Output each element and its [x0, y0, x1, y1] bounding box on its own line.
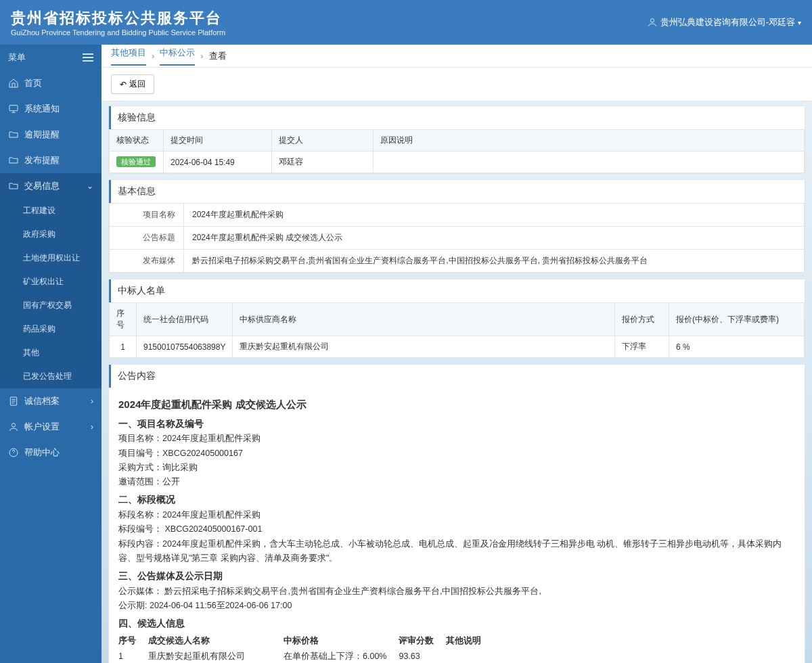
sidebar-title: 菜单 [8, 51, 26, 64]
sidebar-item-label: 发布提醒 [24, 154, 60, 166]
sidebar-subitem[interactable]: 土地使用权出让 [0, 246, 102, 270]
kv-value: 黔云招采电子招标采购交易平台,贵州省国有企业生产资料综合服务平台,中国招投标公共… [184, 250, 805, 273]
th: 中标供应商名称 [233, 303, 615, 336]
sidebar-item[interactable]: 发布提醒 [0, 147, 102, 173]
sidebar-subitem[interactable]: 工程建设 [0, 199, 102, 223]
main-area: 其他项目 › 中标公示 › 查看 ↶ 返回 核验信息 核验状态 提交时间 提交人 [102, 45, 812, 663]
chevron-down-icon: ⌄ [87, 181, 93, 191]
status-badge: 核验通过 [116, 156, 156, 167]
basic-info-table: 项目名称2024年度起重机配件采购公告标题2024年度起重机配件采购 成交候选人… [109, 203, 805, 273]
section-heading: 一、项目名称及编号 [118, 416, 795, 432]
breadcrumb-item: 查看 [209, 50, 227, 62]
sidebar-item[interactable]: 诚信档案› [0, 388, 102, 414]
cell: 邓廷容 [272, 152, 374, 173]
menu-toggle-icon[interactable] [83, 53, 93, 62]
panel-title: 中标人名单 [109, 279, 805, 302]
th: 提交时间 [164, 130, 272, 152]
chevron-right-icon: › [91, 396, 93, 406]
panel-verify: 核验信息 核验状态 提交时间 提交人 原因说明 核验通过 2024-06-04 … [108, 106, 805, 174]
candidate-table: 序号成交候选人名称中标价格评审分数其他说明1重庆黔安起重机有限公司在单价基础上下… [118, 633, 493, 663]
breadcrumb-separator: › [200, 51, 203, 61]
sidebar: 菜单 首页系统通知逾期提醒发布提醒交易信息⌄工程建设政府采购土地使用权出让矿业权… [0, 45, 102, 663]
notice-line: 项目名称：2024年度起重机配件采购 [118, 432, 795, 446]
back-button[interactable]: ↶ 返回 [111, 74, 154, 94]
sidebar-item[interactable]: 帮助中心 [0, 440, 102, 465]
notice-line: 采购方式：询比采购 [118, 461, 795, 475]
sidebar-item[interactable]: 交易信息⌄ [0, 173, 102, 199]
sidebar-item-label: 系统通知 [24, 103, 60, 115]
table-row: 核验通过 2024-06-04 15:49 邓廷容 [110, 152, 805, 173]
winners-table: 序号统一社会信用代码中标供应商名称报价方式报价(中标价、下浮率或费率)19150… [109, 302, 805, 358]
sidebar-item[interactable]: 系统通知 [0, 96, 102, 122]
back-label: 返回 [129, 78, 145, 90]
kv-label: 发布媒体 [110, 250, 184, 273]
app-subtitle: GuiZhou Province Tendering and Bidding P… [11, 28, 225, 37]
app-title: 贵州省招标投标公共服务平台 [11, 8, 225, 28]
sidebar-item-label: 逾期提醒 [24, 129, 60, 141]
sidebar-subitem[interactable]: 已发公告处理 [0, 365, 102, 388]
sidebar-subitem[interactable]: 政府采购 [0, 223, 102, 246]
user-menu[interactable]: 贵州弘典建设咨询有限公司-邓廷容 ▾ [647, 16, 801, 28]
th: 报价方式 [615, 303, 669, 336]
sidebar-item-label: 诚信档案 [24, 395, 60, 407]
th: 中标价格 [284, 633, 399, 649]
kv-label: 项目名称 [110, 204, 184, 227]
th: 评审分数 [399, 633, 446, 649]
verify-table: 核验状态 提交时间 提交人 原因说明 核验通过 2024-06-04 15:49… [109, 129, 805, 173]
sidebar-subitem[interactable]: 国有产权交易 [0, 294, 102, 317]
notice-title: 2024年度起重机配件采购 成交候选人公示 [118, 396, 795, 413]
breadcrumb-item[interactable]: 其他项目 [111, 47, 146, 66]
notice-line: 标段编号： XBCG202405000167-001 [118, 522, 795, 536]
sidebar-item-label: 首页 [24, 77, 42, 89]
toolbar: ↶ 返回 [102, 68, 812, 101]
section-heading: 二、标段概况 [118, 492, 795, 508]
sidebar-subitem[interactable]: 矿业权出让 [0, 270, 102, 294]
notice-line: 公示媒体： 黔云招采电子招标采购交易平台,贵州省国有企业生产资料综合服务平台,中… [118, 585, 795, 599]
panel-notice: 公告内容 2024年度起重机配件采购 成交候选人公示 一、项目名称及编号 项目名… [108, 364, 805, 663]
notice-line: 公示期: 2024-06-04 11:56至2024-06-06 17:00 [118, 599, 795, 613]
breadcrumb-separator: › [152, 51, 154, 61]
panel-winners: 中标人名单 序号统一社会信用代码中标供应商名称报价方式报价(中标价、下浮率或费率… [108, 279, 805, 359]
cell [374, 152, 805, 173]
help-icon [8, 447, 19, 458]
svg-rect-1 [9, 106, 18, 111]
panel-title: 基本信息 [109, 180, 805, 203]
svg-point-0 [650, 19, 654, 22]
sidebar-item[interactable]: 首页 [0, 70, 102, 96]
kv-value: 2024年度起重机配件采购 成交候选人公示 [184, 227, 805, 250]
doc-icon [8, 396, 19, 407]
panel-basic: 基本信息 项目名称2024年度起重机配件采购公告标题2024年度起重机配件采购 … [108, 179, 805, 273]
sidebar-header: 菜单 [0, 45, 102, 70]
table-row: 1重庆黔安起重机有限公司在单价基础上下浮：6.00%93.63 [118, 649, 493, 663]
th: 核验状态 [110, 130, 164, 152]
back-icon: ↶ [120, 80, 127, 89]
folder-icon [8, 181, 19, 191]
sidebar-item[interactable]: 帐户设置› [0, 414, 102, 440]
kv-value: 2024年度起重机配件采购 [184, 204, 805, 227]
sidebar-subitem[interactable]: 药品采购 [0, 317, 102, 341]
panel-title: 核验信息 [109, 106, 805, 129]
sidebar-item-label: 交易信息 [24, 180, 60, 192]
th: 成交候选人名称 [148, 633, 284, 649]
monitor-icon [8, 104, 19, 114]
th: 统一社会信用代码 [137, 303, 233, 336]
notice-line: 邀请范围：公开 [118, 475, 795, 489]
kv-label: 公告标题 [110, 227, 184, 250]
home-icon [8, 78, 19, 89]
th: 原因说明 [374, 130, 805, 152]
notice-line: 项目编号：XBCG202405000167 [118, 447, 795, 461]
sidebar-subitem[interactable]: 其他 [0, 341, 102, 365]
svg-point-3 [12, 424, 15, 427]
cell: 2024-06-04 15:49 [164, 152, 272, 173]
notice-body: 2024年度起重机配件采购 成交候选人公示 一、项目名称及编号 项目名称：202… [109, 388, 805, 663]
breadcrumb-item[interactable]: 中标公示 [160, 47, 195, 66]
th: 序号 [118, 633, 148, 649]
th: 序号 [110, 303, 137, 336]
chevron-right-icon: › [91, 422, 93, 432]
user-name: 贵州弘典建设咨询有限公司-邓廷容 [660, 16, 795, 28]
notice-line: 标段内容：2024年度起重机配件采购，含大车主动轮总成、小车被动轮总成、电机总成… [118, 537, 795, 566]
table-row: 191500107554063898Y重庆黔安起重机有限公司下浮率6 % [110, 336, 805, 358]
user-icon [647, 17, 658, 28]
sidebar-item[interactable]: 逾期提醒 [0, 122, 102, 147]
panel-title: 公告内容 [109, 365, 805, 388]
